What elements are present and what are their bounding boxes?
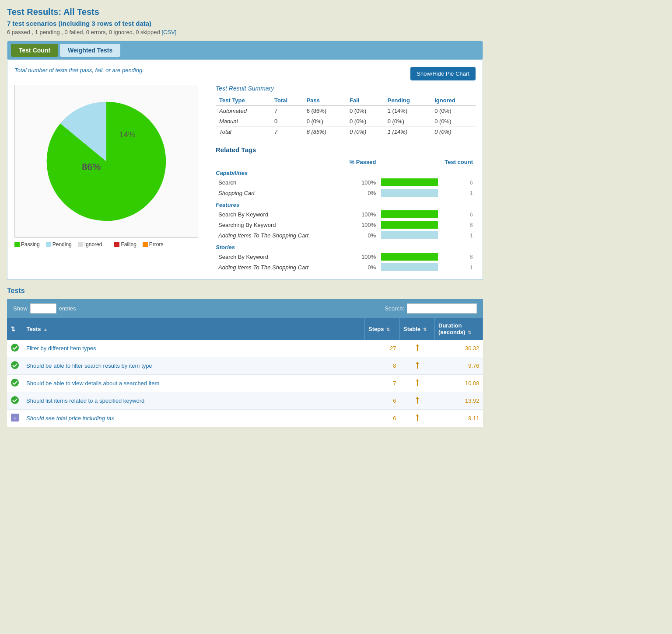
tags-category-row: Stories [216, 240, 476, 251]
status-cell [7, 340, 23, 357]
summary-cell: 0 (0%) [346, 127, 384, 137]
legend-failing-color [114, 242, 119, 247]
csv-link[interactable]: [CSV] [161, 29, 176, 35]
svg-rect-15 [417, 416, 418, 421]
tab-test-count[interactable]: Test Count [11, 44, 58, 57]
entries-input[interactable] [30, 303, 56, 314]
pass-icon [10, 343, 19, 352]
summary-row: Automated76 (86%)0 (0%)1 (14%)0 (0%) [216, 106, 476, 116]
tag-name: Shopping Cart [216, 188, 346, 198]
test-name-link[interactable]: Should be able to filter search results … [26, 362, 152, 369]
tests-section: Tests Show entries Search: ⇅ Tests ▲ Ste… [7, 287, 483, 427]
summary-col-total: Total [271, 95, 303, 106]
tag-name: Search By Keyword [216, 251, 346, 262]
status-cell: ≡ [7, 410, 23, 427]
search-input[interactable] [407, 303, 477, 314]
tag-bar [378, 177, 441, 188]
test-name-link[interactable]: Should list items related to a specified… [26, 397, 144, 404]
svg-point-6 [11, 379, 19, 387]
tags-item-row: Adding Items To The Shopping Cart0%1 [216, 230, 476, 240]
col-stable-header[interactable]: Stable ⇅ [400, 318, 435, 340]
bar-inner [381, 178, 438, 186]
tag-count: 1 [441, 230, 476, 240]
tag-pct: 100% [346, 177, 378, 188]
legend-pass-color [14, 242, 20, 247]
tab-weighted-tests[interactable]: Weighted Tests [60, 44, 120, 57]
summary-cell: 0 (0%) [384, 116, 431, 127]
col-status-header[interactable]: ⇅ [7, 318, 23, 340]
table-row: Should be able to view details about a s… [7, 375, 483, 392]
table-controls: Show entries Search: [7, 299, 483, 318]
pending-icon: ≡ [10, 413, 19, 422]
sort-duration-icon: ⇅ [468, 330, 471, 335]
tests-table: ⇅ Tests ▲ Steps ⇅ Stable ⇅ Duration(seco… [7, 318, 483, 427]
svg-point-9 [11, 396, 19, 404]
tag-count: 1 [441, 262, 476, 272]
search-control: Search: [385, 303, 477, 314]
tests-title: Tests [7, 287, 483, 295]
svg-point-0 [11, 344, 19, 352]
tag-bar [378, 251, 441, 262]
bar-outer [381, 253, 438, 261]
bar-inner [381, 221, 438, 229]
test-name-link[interactable]: Filter by different item types [26, 345, 96, 352]
bar-outer [381, 189, 438, 197]
chart-legend: Passing Pending Ignored Failing [14, 241, 207, 247]
stable-cell [400, 375, 435, 392]
tags-category-label: Capabilities [216, 166, 476, 177]
summary-cell: 0 (0%) [431, 106, 476, 116]
tag-pct: 0% [346, 262, 378, 272]
tag-count: 6 [441, 219, 476, 230]
summary-cell: 0 (0%) [431, 127, 476, 137]
pie-pass-label: 86% [82, 161, 101, 172]
tag-pct: 100% [346, 219, 378, 230]
test-name-cell: Should see total price including tax [23, 410, 365, 427]
tags-category-row: Capabilities [216, 166, 476, 177]
page-title: Test Results: All Tests [7, 7, 483, 17]
duration-cell: 9.11 [435, 410, 483, 427]
pass-icon [10, 361, 19, 369]
col-steps-header[interactable]: Steps ⇅ [365, 318, 400, 340]
col-duration-header[interactable]: Duration(seconds) ⇅ [435, 318, 483, 340]
summary-cell: 0 (0%) [346, 106, 384, 116]
test-name-link[interactable]: Should see total price including tax [26, 415, 114, 422]
legend-pending: Pending [46, 241, 72, 247]
stable-cell [400, 410, 435, 427]
table-row: Should list items related to a specified… [7, 392, 483, 410]
svg-rect-8 [417, 381, 418, 386]
table-row: Should be able to filter search results … [7, 357, 483, 375]
stable-cell [400, 392, 435, 410]
bar-inner [381, 210, 438, 218]
tags-item-row: Adding Items To The Shopping Cart0%1 [216, 262, 476, 272]
summary-cell: 0 (0%) [303, 116, 346, 127]
summary-cell: 1 (14%) [384, 127, 431, 137]
pass-icon [10, 396, 19, 404]
col-tests-header[interactable]: Tests ▲ [23, 318, 365, 340]
tags-category-label: Stories [216, 240, 476, 251]
tag-name: Searching By Keyword [216, 219, 346, 230]
steps-cell: 6 [365, 392, 400, 410]
stable-icon [414, 378, 421, 387]
summary-cell: Total [216, 127, 271, 137]
show-hide-pie-button[interactable]: Show/Hide Pie Chart [410, 67, 476, 80]
legend-passing: Passing [14, 241, 40, 247]
tags-item-row: Search By Keyword100%6 [216, 251, 476, 262]
tag-pct: 100% [346, 209, 378, 219]
test-name-link[interactable]: Should be able to view details about a s… [26, 380, 159, 387]
summary-col-ignored: Ignored [431, 95, 476, 106]
pie-svg: 86% 14% [41, 96, 172, 227]
steps-cell: 7 [365, 375, 400, 392]
pass-icon [10, 378, 19, 387]
tag-pct: 100% [346, 251, 378, 262]
stable-icon [414, 396, 421, 404]
summary-cell: 7 [271, 106, 303, 116]
summary-cell: Manual [216, 116, 271, 127]
summary-cell: 0 [271, 116, 303, 127]
test-name-cell: Should list items related to a specified… [23, 392, 365, 410]
sort-steps-icon: ⇅ [386, 327, 390, 332]
summary-line: 6 passed , 1 pending , 0 failed, 0 error… [7, 29, 483, 35]
legend-pending-label: Pending [52, 241, 72, 247]
svg-text:≡: ≡ [13, 415, 16, 421]
summary-row: Manual00 (0%)0 (0%)0 (0%)0 (0%) [216, 116, 476, 127]
main-panel: Total number of tests that pass, fail, o… [7, 60, 483, 280]
